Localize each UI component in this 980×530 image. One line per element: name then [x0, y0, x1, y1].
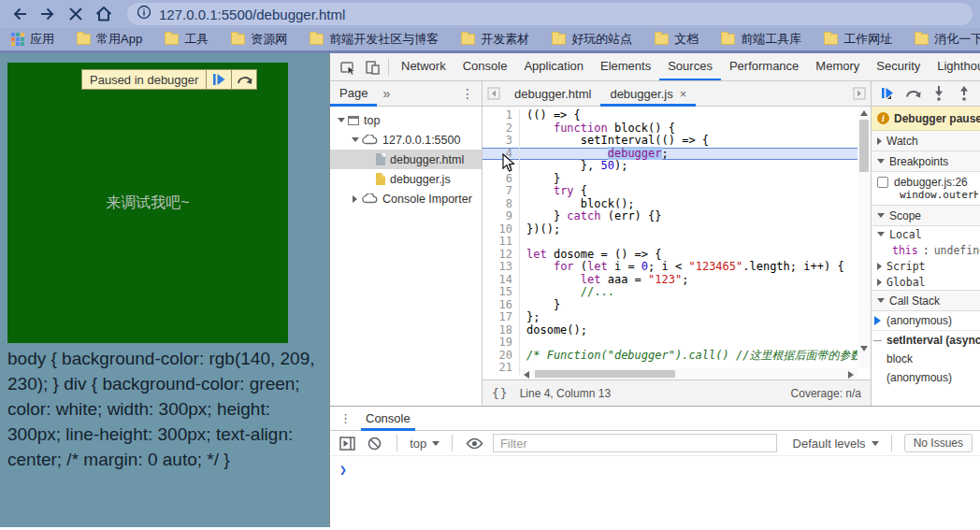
tree-item-top[interactable]: top — [330, 110, 482, 130]
line-number[interactable]: 13 — [483, 261, 520, 274]
site-info-icon[interactable] — [137, 5, 151, 23]
navigator-menu-icon[interactable]: ⋮ — [454, 86, 482, 101]
back-icon[interactable] — [7, 3, 32, 25]
stop-icon[interactable] — [64, 3, 88, 25]
close-tab-icon[interactable]: × — [680, 87, 687, 101]
code-line[interactable]: 3 setInterval(() => { — [483, 135, 858, 148]
step-over-button-icon[interactable] — [903, 83, 924, 104]
address-bar[interactable]: 127.0.0.1:5500/debugger.html — [127, 3, 973, 25]
code-line[interactable]: 12let dosome = () => { — [483, 249, 858, 262]
device-toolbar-icon[interactable] — [360, 55, 384, 79]
live-expression-eye-icon[interactable] — [465, 433, 484, 453]
breakpoint-checkbox[interactable] — [877, 177, 888, 188]
bookmark-item[interactable]: 好玩的站点 — [552, 31, 632, 48]
call-stack-frame[interactable]: (anonymous) — [872, 311, 980, 330]
line-number[interactable]: 19 — [483, 337, 520, 350]
tab-security[interactable]: Security — [868, 53, 929, 81]
bookmark-item[interactable]: 文档 — [655, 31, 699, 48]
line-number[interactable]: 11 — [483, 236, 520, 249]
line-number[interactable]: 17 — [483, 311, 520, 324]
console-sidebar-icon[interactable] — [338, 433, 357, 453]
editor-tab-debugger-js[interactable]: debugger.js× — [600, 81, 696, 107]
bookmark-item[interactable]: 前端开发社区与博客 — [310, 31, 439, 48]
line-number[interactable]: 1 — [483, 109, 520, 122]
code-line[interactable]: 14 let aaa = "123"; — [483, 274, 858, 287]
step-into-button-icon[interactable] — [929, 83, 949, 104]
more-tabs-icon[interactable]: » — [377, 86, 396, 101]
line-number[interactable]: 16 — [483, 299, 520, 312]
line-number[interactable]: 10 — [483, 223, 520, 236]
section-scope[interactable]: Scope — [872, 206, 980, 226]
code-line[interactable]: 19 — [483, 337, 858, 350]
bookmark-item[interactable]: 工作网址 — [824, 31, 892, 48]
code-line[interactable]: 17}; — [483, 311, 858, 324]
context-selector[interactable]: top — [410, 437, 440, 451]
drawer-menu-icon[interactable]: ⋮ — [330, 411, 361, 425]
bookmark-item[interactable]: 应用 — [11, 31, 54, 48]
editor-horizontal-scrollbar[interactable] — [520, 368, 858, 380]
code-line[interactable]: 15 //... — [483, 286, 858, 299]
line-number[interactable]: 9 — [483, 210, 520, 223]
no-issues-badge[interactable]: No Issues — [904, 434, 973, 452]
tab-elements[interactable]: Elements — [592, 53, 659, 81]
call-stack-frame[interactable]: block — [872, 350, 980, 368]
line-number[interactable]: 14 — [483, 274, 520, 287]
code-line[interactable]: 6 } — [483, 173, 858, 186]
bookmark-item[interactable]: 开发素材 — [461, 31, 529, 48]
code-line[interactable]: 11 — [483, 236, 858, 249]
line-number[interactable]: 2 — [483, 122, 520, 136]
forward-icon[interactable] — [36, 3, 60, 25]
code-line[interactable]: 9 } catch (err) {} — [483, 210, 858, 223]
code-line[interactable]: 20/* Function("debugger").call() //这里根据后… — [483, 350, 858, 363]
editor-tab-debugger-html[interactable]: debugger.html — [505, 81, 600, 107]
tab-console[interactable]: Console — [454, 53, 516, 81]
scope-variable[interactable]: this: undefined — [872, 242, 980, 258]
call-stack-frame[interactable]: (anonymous) — [872, 368, 980, 387]
line-number[interactable]: 7 — [483, 185, 520, 198]
tab-application[interactable]: Application — [515, 53, 592, 81]
resume-button-icon[interactable] — [878, 83, 899, 104]
tab-sources[interactable]: Sources — [659, 53, 721, 81]
tree-item-debugger.js[interactable]: debugger.js — [330, 169, 482, 189]
breakpoint-item[interactable]: debugger.js:26window.outerHeight — [872, 172, 980, 205]
bookmark-item[interactable]: 工具 — [165, 31, 209, 48]
resume-script-icon[interactable] — [207, 69, 231, 90]
tree-item-debugger.html[interactable]: debugger.html — [330, 150, 482, 169]
step-out-button-icon[interactable] — [954, 83, 974, 104]
tree-item-127.0.0.1-5500[interactable]: 127.0.0.1:5500 — [330, 130, 482, 150]
log-levels-dropdown[interactable]: Default levels — [793, 437, 879, 451]
tab-lighthouse[interactable]: Lighthouse — [929, 53, 980, 81]
line-number[interactable]: 18 — [483, 324, 520, 337]
bookmark-item[interactable]: 消化一下 — [915, 31, 980, 48]
tab-console[interactable]: Console — [361, 407, 415, 431]
code-line[interactable]: 2 function block() { — [483, 122, 858, 136]
section-call-stack[interactable]: Call Stack — [872, 291, 980, 311]
inspect-element-icon[interactable] — [336, 55, 360, 79]
tab-page[interactable]: Page — [330, 81, 377, 107]
scope-group-global[interactable]: Global — [872, 274, 980, 290]
bookmark-item[interactable]: 资源网 — [231, 31, 287, 48]
clear-console-icon[interactable] — [366, 433, 385, 453]
code-line[interactable]: 5 }, 50); — [483, 160, 858, 173]
console-prompt[interactable]: ❯ — [330, 456, 980, 477]
line-number[interactable]: 15 — [483, 286, 520, 299]
code-line[interactable]: 4 debugger; — [483, 148, 858, 161]
scope-group-local[interactable]: Local — [872, 226, 980, 242]
section-watch[interactable]: Watch — [872, 131, 980, 151]
code-line[interactable]: 13 for (let i = 0; i < "123465".length; … — [483, 261, 858, 274]
bookmark-item[interactable]: 常用App — [77, 31, 142, 48]
tab-performance[interactable]: Performance — [721, 53, 807, 81]
call-stack-frame[interactable]: setInterval (async) — [872, 330, 980, 350]
editor-vertical-scrollbar[interactable] — [858, 107, 871, 368]
scroll-tabs-left-icon[interactable] — [483, 81, 505, 106]
line-number[interactable]: 20 — [483, 350, 520, 363]
tree-item-console-importer[interactable]: Console Importer — [330, 189, 482, 208]
line-number[interactable]: 21 — [483, 362, 520, 375]
section-breakpoints[interactable]: Breakpoints — [872, 151, 980, 172]
code-line[interactable]: 18dosome(); — [483, 324, 858, 337]
pretty-print-icon[interactable]: {} — [492, 386, 509, 400]
code-area[interactable]: 1(() => {2 function block() {3 setInterv… — [483, 107, 871, 380]
scope-group-script[interactable]: Script — [872, 258, 980, 274]
line-number[interactable]: 3 — [483, 135, 520, 148]
line-number[interactable]: 12 — [483, 249, 520, 262]
